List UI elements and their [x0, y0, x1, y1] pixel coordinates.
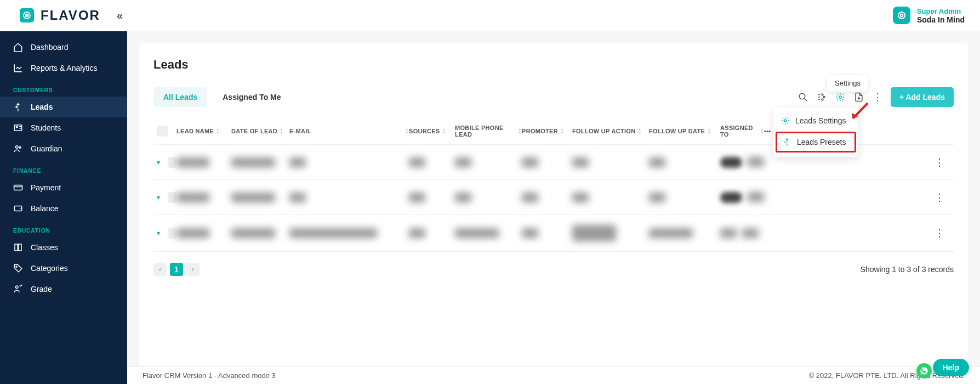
add-leads-button[interactable]: + Add Leads [891, 87, 954, 107]
tabs: All Leads Assigned To Me [153, 87, 291, 107]
th-mobile[interactable]: MOBILE PHONE LEAD▲▼ [455, 125, 522, 138]
sidebar-item-label: Classes [31, 243, 58, 252]
dropdown-item-label: Leads Settings [795, 116, 846, 125]
pagination-row: ‹ 1 › Showing 1 to 3 of 3 records [153, 252, 954, 276]
expand-row-icon[interactable]: ▾ [157, 159, 164, 166]
top-header: FLAVOR « Super Admin Soda In Mind [0, 0, 980, 31]
row-checkbox[interactable] [168, 157, 176, 168]
pagination: ‹ 1 › [153, 263, 200, 276]
gear-icon [781, 116, 790, 125]
svg-rect-9 [14, 206, 22, 211]
table-row: ▾ ⋮ [153, 180, 954, 215]
help-button[interactable]: Help [933, 359, 969, 376]
sidebar-item-students[interactable]: Students [0, 117, 127, 138]
tab-all-leads[interactable]: All Leads [153, 87, 207, 107]
sidebar-item-leads[interactable]: Leads [0, 97, 127, 117]
tag-icon [13, 263, 23, 273]
th-assigned[interactable]: ASSIGNED TO▲▼ [720, 125, 764, 138]
footer: Flavor CRM Version 1 - Advanced mode 3 ©… [127, 366, 980, 384]
settings-dropdown: Leads Settings Leads Presets [773, 108, 858, 157]
book-icon [13, 242, 23, 252]
sidebar-section-customers: CUSTOMERS [0, 78, 127, 97]
user-name: Soda In Mind [917, 15, 965, 24]
sidebar-item-label: Categories [31, 264, 68, 273]
sidebar-item-payment[interactable]: Payment [0, 177, 127, 198]
svg-point-6 [16, 146, 19, 149]
svg-point-13 [822, 94, 823, 95]
leads-icon [13, 102, 23, 112]
svg-point-15 [822, 99, 823, 100]
svg-point-1 [26, 14, 29, 17]
pagination-prev[interactable]: ‹ [153, 263, 167, 276]
table-row: ▾ ⋮ [153, 215, 954, 252]
th-followup[interactable]: FOLLOW UP ACTION▲▼ [572, 128, 649, 134]
th-date-lead[interactable]: DATE OF LEAD▲▼ [231, 128, 289, 134]
user-area[interactable]: Super Admin Soda In Mind [893, 7, 965, 24]
th-lead-name[interactable]: LEAD NAME▲▼ [176, 128, 231, 134]
whatsapp-button[interactable] [916, 363, 932, 379]
th-promoter[interactable]: PROMOTER▲▼ [522, 128, 572, 134]
page-title: Leads [153, 58, 954, 72]
sidebar: Dashboard Reports & Analytics CUSTOMERS … [0, 31, 127, 384]
sidebar-item-dashboard[interactable]: Dashboard [0, 37, 127, 58]
sidebar-item-classes[interactable]: Classes [0, 237, 127, 258]
sidebar-item-grade[interactable]: Grade [0, 279, 127, 300]
records-summary: Showing 1 to 3 of 3 records [861, 265, 954, 274]
sidebar-item-label: Payment [31, 183, 61, 192]
tab-assigned-to-me[interactable]: Assigned To Me [213, 87, 290, 107]
dropdown-leads-settings[interactable]: Leads Settings [773, 111, 858, 131]
more-icon[interactable]: ⋮ [872, 92, 883, 103]
home-icon [13, 42, 23, 52]
sidebar-section-education: EDUCATION [0, 219, 127, 237]
svg-point-14 [823, 97, 825, 98]
sidebar-item-categories[interactable]: Categories [0, 258, 127, 279]
sidebar-item-label: Balance [31, 204, 59, 213]
expand-row-icon[interactable]: ▾ [157, 229, 164, 237]
select-all-checkbox[interactable] [157, 126, 168, 137]
search-icon[interactable] [797, 92, 808, 103]
row-menu-icon[interactable]: ⋮ [928, 191, 950, 204]
row-menu-icon[interactable]: ⋮ [928, 227, 950, 239]
expand-row-icon[interactable]: ▾ [157, 194, 164, 201]
card-icon [13, 183, 23, 193]
svg-rect-8 [14, 185, 22, 190]
settings-icon[interactable] [835, 92, 846, 103]
svg-point-3 [901, 14, 903, 17]
th-followup-date[interactable]: FOLLOW UP DATE▲▼ [649, 128, 720, 134]
sidebar-item-label: Grade [31, 285, 52, 293]
dropdown-leads-presets[interactable]: Leads Presets [776, 132, 856, 153]
th-email[interactable]: E-MAIL▲▼ [289, 128, 409, 134]
row-checkbox[interactable] [168, 228, 176, 239]
svg-point-11 [16, 286, 19, 289]
svg-point-10 [16, 266, 17, 267]
sidebar-item-balance[interactable]: Balance [0, 198, 127, 219]
wallet-icon [13, 204, 23, 213]
th-sources[interactable]: SOURCES▲▼ [409, 128, 455, 134]
chart-icon [13, 63, 23, 73]
leads-card: Leads All Leads Assigned To Me ⋮ + Add L… [139, 43, 968, 366]
pagination-next[interactable]: › [186, 263, 200, 276]
toolbar-actions: ⋮ + Add Leads [797, 87, 954, 107]
sidebar-collapse-button[interactable]: « [117, 9, 123, 22]
logo-area: FLAVOR « [20, 8, 123, 23]
svg-point-16 [839, 96, 842, 99]
sidebar-item-label: Dashboard [31, 43, 69, 52]
user-info: Super Admin Soda In Mind [917, 7, 965, 24]
export-icon[interactable] [853, 92, 864, 103]
svg-point-5 [16, 126, 18, 128]
row-checkbox[interactable] [168, 192, 176, 203]
sidebar-item-reports[interactable]: Reports & Analytics [0, 58, 127, 78]
id-icon [13, 123, 23, 133]
sidebar-section-finance: FINANCE [0, 159, 127, 177]
row-menu-icon[interactable]: ⋮ [928, 156, 950, 168]
svg-point-12 [799, 93, 805, 99]
filter-icon[interactable] [816, 92, 827, 103]
dropdown-item-label: Leads Presets [797, 138, 846, 146]
pagination-page-1[interactable]: 1 [170, 263, 183, 276]
sidebar-item-label: Leads [31, 103, 53, 111]
people-icon [13, 144, 23, 154]
sidebar-item-guardian[interactable]: Guardian [0, 138, 127, 159]
settings-tooltip: Settings [827, 75, 868, 92]
brand-text: FLAVOR [41, 8, 100, 23]
user-role: Super Admin [917, 7, 965, 15]
